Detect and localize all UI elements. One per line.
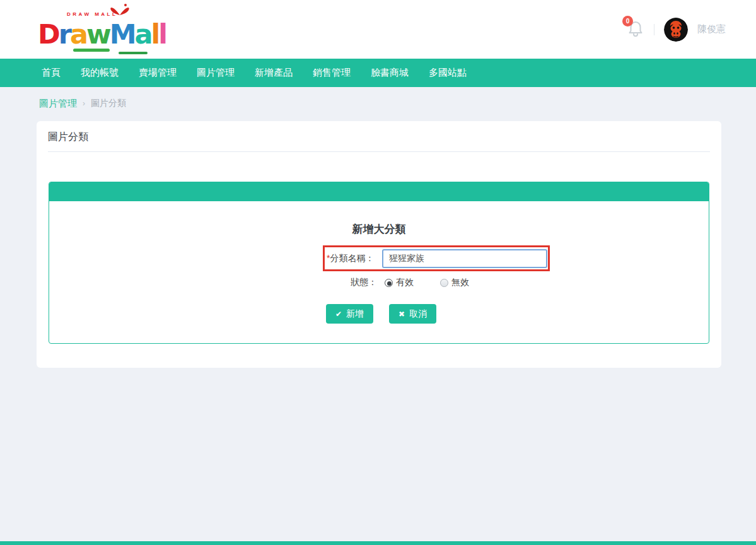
submit-button[interactable]: ✔ 新增: [326, 304, 373, 324]
main-nav: 首頁 我的帳號 賣場管理 圖片管理 新增產品 銷售管理 臉書商城 多國站點: [0, 59, 756, 87]
submit-button-label: 新增: [346, 308, 364, 320]
cancel-button-label: 取消: [409, 308, 427, 320]
header: DRAW MALL DrawMall 0: [0, 0, 756, 59]
form-area: 新增大分類 *分類名稱： 狀態： 有效 無效 ✔ 新增: [49, 201, 709, 343]
bell-icon: [628, 29, 643, 40]
brand-letter: l: [158, 18, 166, 50]
footer-accent-bar: [0, 541, 756, 545]
status-label: 狀態：: [323, 277, 377, 288]
breadcrumb-parent-link[interactable]: 圖片管理: [39, 98, 77, 110]
radio-unchecked-icon[interactable]: [440, 279, 448, 287]
radio-checked-icon[interactable]: [385, 279, 393, 287]
category-name-label: *分類名稱：: [327, 253, 380, 264]
brand-letter: r: [59, 18, 70, 50]
status-row: 狀態： 有效 無效: [323, 277, 469, 288]
logo-underline-decoration: [73, 49, 110, 52]
bow-icon: [108, 3, 131, 18]
content-card: 圖片分類 新增大分類 *分類名稱： 狀態： 有效 無效: [37, 121, 721, 368]
status-radio-active[interactable]: 有效: [385, 277, 414, 288]
notification-badge: 0: [622, 16, 633, 26]
breadcrumb: 圖片管理 › 圖片分類: [0, 87, 756, 109]
avatar[interactable]: [664, 18, 688, 42]
nav-item-multi-country[interactable]: 多國站點: [429, 67, 467, 79]
check-icon: ✔: [335, 310, 342, 318]
category-form-card: 新增大分類 *分類名稱： 狀態： 有效 無效 ✔ 新增: [49, 182, 709, 344]
brand-letter: a: [134, 18, 151, 50]
cancel-button[interactable]: ✖ 取消: [389, 304, 436, 324]
notification-bell-button[interactable]: 0: [628, 20, 644, 39]
nav-item-add-product[interactable]: 新增產品: [255, 67, 293, 79]
category-name-input[interactable]: [382, 249, 547, 268]
breadcrumb-separator: ›: [83, 99, 85, 108]
form-title: 新增大分類: [49, 222, 709, 237]
logo-underline-decoration: [119, 52, 148, 54]
form-card-header-bar: [49, 182, 709, 201]
nav-item-my-account[interactable]: 我的帳號: [81, 67, 119, 79]
status-option-label: 無效: [451, 277, 469, 288]
brand-letter: a: [70, 18, 86, 50]
brand-logo[interactable]: DRAW MALL DrawMall: [38, 5, 164, 54]
brand-letter: D: [38, 18, 59, 50]
status-option-label: 有效: [396, 277, 414, 288]
brand-letter: M: [110, 18, 135, 50]
status-radio-inactive[interactable]: 無效: [440, 277, 469, 288]
nav-item-image-management[interactable]: 圖片管理: [197, 67, 235, 79]
nav-item-store-management[interactable]: 賣場管理: [139, 67, 177, 79]
nav-item-sales-management[interactable]: 銷售管理: [313, 67, 351, 79]
username-label[interactable]: 陳俊憲: [697, 23, 726, 35]
form-buttons: ✔ 新增 ✖ 取消: [326, 304, 436, 324]
header-divider: [654, 24, 654, 35]
page-title: 圖片分類: [48, 121, 710, 152]
brand-letter: l: [151, 18, 159, 50]
annotation-box: *分類名稱：: [323, 245, 550, 271]
breadcrumb-current: 圖片分類: [91, 98, 126, 109]
brand-letter: w: [86, 18, 110, 50]
nav-item-home[interactable]: 首頁: [42, 67, 61, 79]
nav-item-facebook-mall[interactable]: 臉書商城: [371, 67, 409, 79]
header-right: 0 陳俊憲: [628, 0, 726, 59]
x-icon: ✖: [398, 310, 405, 318]
brand-wordmark: DrawMall: [38, 21, 166, 48]
